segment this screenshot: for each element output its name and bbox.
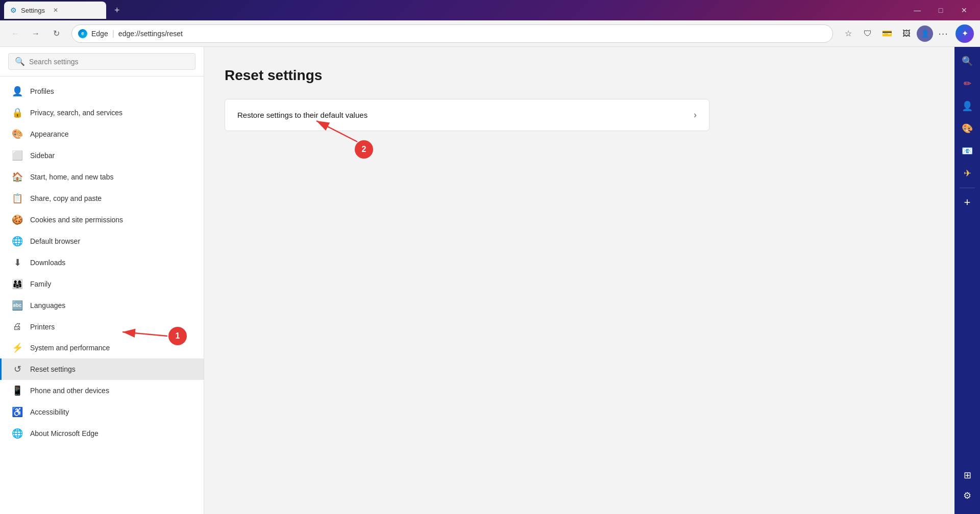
privacy-icon: 🔒: [12, 107, 23, 118]
sidebar-item-cookies[interactable]: 🍪 Cookies and site permissions: [0, 209, 204, 230]
accessibility-icon: ♿: [12, 406, 23, 418]
sidebar-item-family[interactable]: 👨‍👩‍👧 Family: [0, 273, 204, 295]
sidebar-item-label: Start, home, and new tabs: [30, 173, 113, 181]
collections-button[interactable]: 🛡: [859, 24, 877, 43]
tab-close-button[interactable]: ✕: [53, 7, 58, 14]
sidebar-outlook-button[interactable]: 📧: [957, 141, 977, 161]
new-tab-button[interactable]: +: [110, 3, 124, 18]
sidebar-item-label: Profiles: [30, 87, 54, 95]
address-bar[interactable]: e Edge | edge://settings/reset: [71, 24, 833, 43]
sidebar-item-label: Default browser: [30, 237, 80, 245]
sidebar-item-label: Phone and other devices: [30, 387, 109, 395]
sidebar-item-profiles[interactable]: 👤 Profiles: [0, 81, 204, 102]
sidebar-item-label: System and performance: [30, 344, 110, 352]
minimize-button[interactable]: —: [905, 0, 929, 20]
start-home-icon: 🏠: [12, 171, 23, 183]
sidebar-add-button[interactable]: +: [957, 192, 977, 213]
printers-icon: 🖨: [12, 321, 23, 332]
sidebar-item-default-browser[interactable]: 🌐 Default browser: [0, 230, 204, 252]
back-button[interactable]: ←: [6, 24, 24, 43]
family-icon: 👨‍👩‍👧: [12, 278, 23, 290]
screenshot-button[interactable]: 🖼: [897, 24, 916, 43]
sidebar-settings-button[interactable]: ⚙: [957, 485, 977, 506]
sidebar-item-appearance[interactable]: 🎨 Appearance: [0, 123, 204, 145]
reset-icon: ↺: [12, 364, 23, 375]
sidebar-item-label: Family: [30, 280, 51, 288]
maximize-button[interactable]: □: [929, 0, 952, 20]
sidebar-item-start-home[interactable]: 🏠 Start, home, and new tabs: [0, 166, 204, 188]
more-button[interactable]: ···: [934, 24, 952, 43]
content-area: Reset settings Restore settings to their…: [204, 47, 954, 514]
sidebar-item-label: Printers: [30, 323, 55, 331]
sidebar-item-sidebar[interactable]: ⬜ Sidebar: [0, 145, 204, 166]
address-url: edge://settings/reset: [118, 30, 826, 38]
languages-icon: 🔤: [12, 300, 23, 311]
address-edge-label: Edge: [91, 30, 108, 38]
sidebar-search-button[interactable]: 🔍: [957, 51, 977, 71]
sidebar-item-label: Cookies and site permissions: [30, 216, 123, 224]
sidebar-item-label: Accessibility: [30, 408, 69, 416]
refresh-button[interactable]: ↻: [47, 24, 65, 43]
address-separator: |: [112, 29, 114, 38]
sidebar-item-label: Reset settings: [30, 365, 76, 373]
edge-logo: e: [78, 29, 87, 38]
sidebar-grid-button[interactable]: ⊞: [957, 465, 977, 485]
forward-button[interactable]: →: [27, 24, 45, 43]
default-browser-icon: 🌐: [12, 236, 23, 247]
sidebar-item-label: Appearance: [30, 130, 69, 138]
sidebar-search[interactable]: 🔍: [8, 53, 195, 70]
tab-label: Settings: [21, 7, 45, 14]
annotation-marker-1: 1: [168, 327, 187, 345]
browser-tab[interactable]: ⚙ Settings ✕: [4, 2, 106, 19]
restore-settings-card[interactable]: Restore settings to their default values…: [225, 99, 709, 131]
sidebar-item-languages[interactable]: 🔤 Languages: [0, 295, 204, 316]
sidebar-item-accessibility[interactable]: ♿ Accessibility: [0, 401, 204, 423]
phone-icon: 📱: [12, 385, 23, 396]
search-input[interactable]: [29, 58, 189, 66]
search-icon: 🔍: [15, 57, 25, 66]
sidebar-item-label: Downloads: [30, 259, 65, 267]
titlebar: ⚙ Settings ✕ + — □ ✕: [0, 0, 980, 20]
system-icon: ⚡: [12, 342, 23, 353]
annotation-marker-2: 2: [355, 140, 373, 159]
window-controls: — □ ✕: [905, 0, 976, 20]
sidebar-profile-button[interactable]: 👤: [957, 96, 977, 116]
sidebar-item-downloads[interactable]: ⬇ Downloads: [0, 252, 204, 273]
wallet-button[interactable]: 💳: [878, 24, 896, 43]
sidebar-item-share[interactable]: 📋 Share, copy and paste: [0, 188, 204, 209]
sidebar-color-button[interactable]: 🎨: [957, 118, 977, 139]
sidebar-item-privacy[interactable]: 🔒 Privacy, search, and services: [0, 102, 204, 123]
tab-settings-icon: ⚙: [10, 6, 17, 14]
page-title: Reset settings: [225, 67, 934, 84]
sidebar-separator: [960, 188, 975, 188]
sidebar-icon: ⬜: [12, 150, 23, 161]
sidebar-item-label: About Microsoft Edge: [30, 429, 99, 438]
cookies-icon: 🍪: [12, 214, 23, 225]
appearance-icon: 🎨: [12, 128, 23, 140]
sidebar-nav: 👤 Profiles 🔒 Privacy, search, and servic…: [0, 76, 204, 514]
copilot-button[interactable]: ✦: [955, 24, 974, 43]
sidebar-search-container: 🔍: [0, 47, 204, 76]
share-icon: 📋: [12, 193, 23, 204]
right-sidebar: 🔍 ✏ 👤 🎨 📧 ✈ + ⊞ ⚙: [954, 47, 980, 514]
profile-avatar[interactable]: 👤: [917, 25, 933, 42]
sidebar-item-label: Sidebar: [30, 151, 55, 160]
sidebar-item-label: Languages: [30, 301, 65, 310]
sidebar-item-phone[interactable]: 📱 Phone and other devices: [0, 380, 204, 401]
sidebar: 🔍 👤 Profiles 🔒 Privacy, search, and serv…: [0, 47, 204, 514]
sidebar-send-button[interactable]: ✈: [957, 163, 977, 184]
toolbar: ← → ↻ e Edge | edge://settings/reset ☆ 🛡…: [0, 20, 980, 47]
sidebar-item-reset[interactable]: ↺ Reset settings: [0, 358, 204, 380]
restore-settings-arrow: ›: [694, 110, 697, 120]
main-container: 🔍 👤 Profiles 🔒 Privacy, search, and serv…: [0, 47, 980, 514]
favorites-button[interactable]: ☆: [839, 24, 857, 43]
sidebar-pen-button[interactable]: ✏: [957, 73, 977, 94]
profiles-icon: 👤: [12, 86, 23, 97]
about-icon: 🌐: [12, 428, 23, 439]
downloads-icon: ⬇: [12, 257, 23, 268]
restore-settings-label: Restore settings to their default values: [237, 111, 694, 119]
sidebar-item-label: Share, copy and paste: [30, 194, 102, 202]
sidebar-item-about[interactable]: 🌐 About Microsoft Edge: [0, 423, 204, 444]
close-button[interactable]: ✕: [952, 0, 976, 20]
toolbar-right: ☆ 🛡 💳 🖼 👤 ··· ✦: [839, 24, 974, 43]
